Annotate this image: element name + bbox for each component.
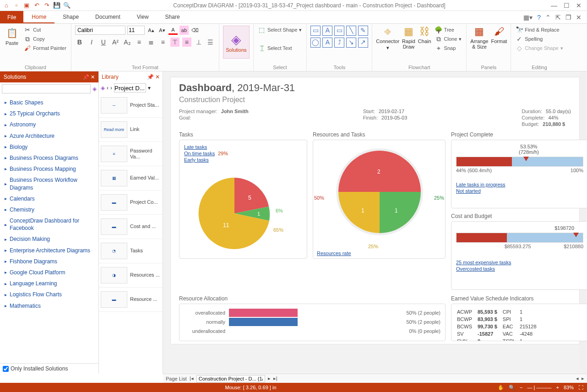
maximize-icon[interactable]: ☐ (564, 2, 570, 9)
close-icon[interactable]: ✕ (576, 2, 582, 9)
select-shape-button[interactable]: ⬚Select Shape ▾ (257, 26, 303, 34)
sol-item[interactable]: ▸Business Process Diagrams (0, 152, 98, 163)
grow-font-icon[interactable]: A▴ (147, 26, 156, 35)
print-preview-icon[interactable]: 🔍 (63, 2, 71, 9)
layout-icon[interactable]: ▦▾ (523, 14, 533, 21)
page-next-icon[interactable]: ▸ (268, 376, 271, 381)
lib-item[interactable]: ◑Resources ... (99, 263, 163, 288)
paste-button[interactable]: 📋 Paste (4, 26, 20, 47)
tab-share[interactable]: Share (157, 11, 188, 23)
solutions-home-icon[interactable]: ◈ (92, 86, 97, 92)
lib-item[interactable]: ▬Project Co... (99, 191, 163, 215)
minimize-icon[interactable]: — (551, 2, 557, 9)
arrange-size-button[interactable]: ▦Arrange & Size (470, 26, 488, 49)
resources-rate-link[interactable]: Resources rate (317, 250, 351, 256)
tab-document[interactable]: Document (87, 11, 129, 23)
sol-item[interactable]: ▸Chemistry (0, 204, 98, 215)
library-dropdown-icon[interactable]: ▾ (148, 85, 151, 91)
sol-item[interactable]: ▸Fishbone Diagrams (0, 256, 98, 267)
sol-item[interactable]: ▸Enterprise Architecture Diagrams (0, 245, 98, 256)
ontime-tasks-link[interactable]: On time tasks (184, 151, 215, 156)
sol-item[interactable]: ▸Language Learning (0, 278, 98, 289)
subscript-icon[interactable]: A₂ (123, 38, 132, 47)
zoom-in-icon[interactable]: + (556, 385, 559, 390)
pan-icon[interactable]: ✋ (498, 385, 504, 391)
spelling-button[interactable]: ✓Spelling (515, 35, 564, 43)
new-icon[interactable]: ▫ (13, 2, 20, 9)
zoom-tool-icon[interactable]: 🔍 (509, 385, 515, 391)
rapid-draw-button[interactable]: ▦Rapid Draw (402, 26, 415, 49)
only-installed-checkbox[interactable] (3, 366, 9, 372)
tree-button[interactable]: 🌳Tree (434, 26, 463, 34)
fit-icon[interactable]: ⛶ (578, 385, 583, 390)
close-panel-icon[interactable]: ✕ (91, 74, 95, 80)
sol-item[interactable]: ▸Business Process Mapping (0, 163, 98, 174)
page-first-icon[interactable]: |◂ (190, 376, 194, 381)
lib-item[interactable]: ▬Cost and ... (99, 215, 163, 239)
snap-button[interactable]: ⌖Snap (434, 44, 463, 52)
not-started-link[interactable]: Not started (456, 188, 481, 194)
sol-item[interactable]: ▸Calendars (0, 193, 98, 204)
change-shape-button[interactable]: ◇Change Shape ▾ (515, 44, 564, 52)
zoom-slider[interactable]: — | ——— (527, 385, 552, 390)
format-button[interactable]: 🖌Format (491, 26, 507, 44)
italic-icon[interactable]: I (87, 38, 96, 47)
solutions-button[interactable]: ◈ Solutions (223, 26, 250, 59)
solutions-search-input[interactable] (2, 84, 91, 93)
page-last-icon[interactable]: ▸| (273, 376, 277, 381)
sol-item[interactable]: ▸Mathematics (0, 300, 98, 311)
clone-button[interactable]: ⧉Clone ▾ (434, 35, 463, 43)
late-progress-link[interactable]: Late tasks in progress (456, 182, 505, 187)
open-icon[interactable]: ▣ (23, 2, 30, 9)
align-center-icon[interactable]: ≣ (147, 38, 156, 47)
lib-item[interactable]: ▦Earned Val... (99, 166, 163, 191)
restore-icon[interactable]: ❐ (565, 14, 571, 21)
sol-item[interactable]: ▸Azure Architecture (0, 131, 98, 142)
bold-icon[interactable]: B (75, 38, 84, 47)
canvas-area[interactable]: Dashboard, 2019-Mar-31 Construction Proj… (163, 71, 587, 374)
sol-item[interactable]: ▸Decision Making (0, 234, 98, 245)
page-name-input[interactable] (196, 375, 265, 382)
find-replace-button[interactable]: 🔭Find & Replace (515, 26, 564, 34)
align-right-icon[interactable]: ≡ (158, 38, 168, 47)
library-selector[interactable] (114, 83, 146, 93)
file-menu[interactable]: File (0, 11, 23, 23)
lib-item[interactable]: ◔Tasks (99, 239, 163, 263)
overcosted-link[interactable]: Overcosted tasks (456, 266, 495, 272)
tab-shape[interactable]: Shape (54, 11, 87, 23)
pin-up-icon[interactable]: ⇱ (555, 14, 561, 21)
library-pin-icon[interactable]: 📌 (147, 74, 154, 80)
early-tasks-link[interactable]: Early tasks (184, 157, 209, 163)
close-doc-icon[interactable]: ✕ (576, 14, 582, 21)
chain-button[interactable]: ⛓Chain (418, 26, 431, 44)
sol-item[interactable]: ▸Logistics Flow Charts (0, 289, 98, 300)
format-painter-button[interactable]: 🖌Format Painter (23, 44, 67, 52)
superscript-icon[interactable]: A² (111, 38, 120, 47)
library-prev-icon[interactable]: ‹ (107, 85, 109, 91)
collapse-ribbon-icon[interactable]: ⌃ (545, 14, 551, 21)
hscroll-left-icon[interactable]: ◂ (576, 376, 579, 381)
underline-icon[interactable]: U (99, 38, 108, 47)
lib-item[interactable]: ≡Password Va... (99, 142, 163, 166)
select-text-button[interactable]: ⌶Select Text (257, 44, 303, 52)
font-select[interactable] (75, 26, 125, 35)
connector-button[interactable]: ⎆Connector▾ (376, 26, 399, 51)
clear-format-icon[interactable]: ⌫ (190, 26, 200, 35)
sol-item[interactable]: ▸Astronomy (0, 119, 98, 130)
help-icon[interactable]: ? (537, 14, 541, 21)
lib-item[interactable]: ▬Resource ... (99, 288, 163, 312)
library-next-icon[interactable]: › (110, 85, 112, 91)
copy-button[interactable]: ⧉Copy (23, 35, 67, 43)
sol-item[interactable]: ▸Business Process Workflow Diagrams (0, 174, 98, 193)
save-icon[interactable]: 💾 (53, 2, 60, 9)
zoom-out-icon[interactable]: − (520, 385, 522, 390)
cut-button[interactable]: ✂Cut (23, 26, 67, 34)
valign-mid-icon[interactable]: ≡ (182, 38, 191, 47)
shrink-font-icon[interactable]: A▾ (158, 26, 167, 35)
lib-item[interactable]: ─Project Sta... (99, 93, 163, 118)
expensive-tasks-link[interactable]: 25 most expensive tasks (456, 260, 511, 265)
highlight-icon[interactable]: ab (179, 26, 189, 35)
align-left-icon[interactable]: ≡ (135, 38, 144, 47)
tab-home[interactable]: Home (23, 11, 54, 23)
late-tasks-link[interactable]: Late tasks (184, 144, 207, 150)
